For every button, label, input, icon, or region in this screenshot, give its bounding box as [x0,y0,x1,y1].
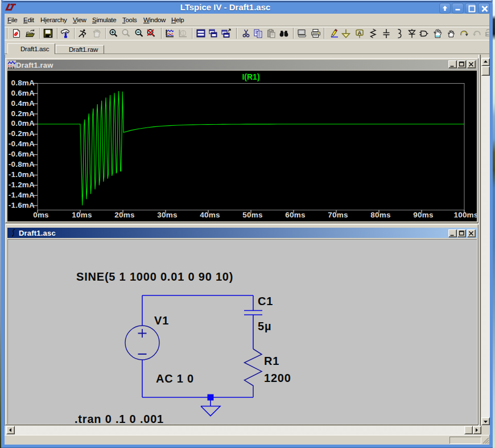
svg-text:10ms: 10ms [72,211,92,219]
svg-text:0.8mA: 0.8mA [11,79,35,87]
svg-text:30ms: 30ms [157,211,177,219]
svg-text:-1.4mA: -1.4mA [9,191,35,199]
svg-text:-0.4mA: -0.4mA [9,139,35,148]
svg-text:60ms: 60ms [285,211,305,219]
svg-text:0.2mA: 0.2mA [11,109,35,118]
svg-text:20ms: 20ms [114,211,134,219]
svg-text:-1.6mA: -1.6mA [9,201,35,209]
svg-text:0ms: 0ms [33,211,49,219]
svg-text:50ms: 50ms [242,211,262,219]
svg-text:A: A [358,30,362,36]
svg-text:-0.6mA: -0.6mA [9,150,35,158]
svg-text:-1.0mA: -1.0mA [9,170,35,179]
svg-text:En: En [485,31,490,38]
svg-text:40ms: 40ms [200,211,220,219]
svg-text:0.0mA: 0.0mA [11,119,35,128]
svg-text:0.6mA: 0.6mA [11,89,35,97]
svg-text:-0.2mA: -0.2mA [9,129,35,138]
svg-text:80ms: 80ms [370,211,390,219]
svg-text:-0.8mA: -0.8mA [9,160,35,168]
svg-text:I(R1): I(R1) [242,72,259,81]
svg-text:100ms: 100ms [453,211,477,219]
svg-text:0.4mA: 0.4mA [11,99,35,108]
svg-text:-1.2mA: -1.2mA [9,180,35,189]
svg-text:90ms: 90ms [413,211,433,219]
svg-text:70ms: 70ms [328,211,348,219]
